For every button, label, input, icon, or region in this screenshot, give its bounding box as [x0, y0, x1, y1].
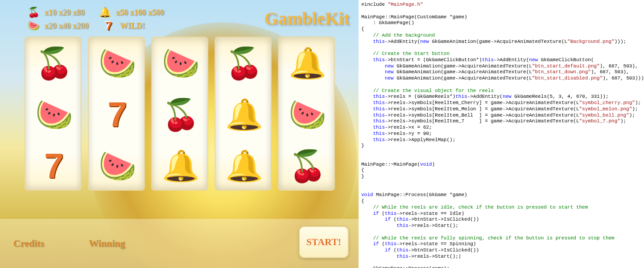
symbol-melon: 🍉 [279, 89, 335, 140]
bell-icon: 🔔 [98, 6, 111, 19]
paytable-melon: x20 x40 x200 [45, 21, 89, 31]
paytable-wild: WILD! [120, 21, 145, 31]
paytable: 🍒 x10 x20 x80 🔔 x50 x100 x500 🍉 x20 x40 … [27, 6, 164, 32]
seven-icon: 7 [102, 20, 116, 32]
game-title: GambleKit [264, 8, 350, 29]
reels-container: 🍒🍉7🔔🍉7🍉🍒🍉🍒🔔🍒🍒🔔🔔🍉🔔🍉🍒🔔 [25, 37, 335, 191]
symbol-seven: 7 [25, 140, 82, 191]
symbol-cherry: 🍒 [25, 38, 82, 89]
cherry-icon: 🍒 [27, 6, 40, 19]
symbol-bell: 🔔 [215, 140, 272, 191]
reel: 🍉🍒🔔🍒 [151, 37, 208, 191]
symbol-bell: 🔔 [152, 140, 208, 191]
paytable-bell: x50 x100 x500 [116, 8, 164, 17]
symbol-cherry: 🍒 [215, 38, 272, 89]
symbol-cherry: 🍒 [279, 140, 335, 191]
symbol-bell: 🔔 [215, 89, 272, 140]
winning-label: Winning [89, 238, 125, 249]
reel: 🔔🍉🍒🔔 [278, 37, 335, 191]
symbol-melon: 🍉 [152, 38, 208, 89]
symbol-melon: 🍉 [89, 140, 145, 191]
start-button[interactable]: START! [299, 226, 349, 258]
symbol-melon: 🍉 [89, 38, 145, 89]
code-editor[interactable]: #include "MainPage.h" MainPage::MainPage… [359, 0, 644, 268]
symbol-cherry: 🍒 [152, 89, 208, 140]
reel: 🍒🍉7🔔 [25, 37, 82, 191]
reel: 🍒🔔🔔🍉 [215, 37, 272, 191]
symbol-seven: 7 [89, 89, 145, 140]
melon-icon: 🍉 [27, 20, 40, 32]
paytable-cherry: x10 x20 x80 [45, 8, 85, 17]
reel: 🍉7🍉🍒 [88, 37, 145, 191]
game-panel: GambleKit 🍒 x10 x20 x80 🔔 x50 x100 x500 … [0, 0, 359, 268]
symbol-melon: 🍉 [25, 89, 82, 140]
credits-label: Credits [13, 238, 44, 249]
symbol-bell: 🔔 [279, 38, 335, 89]
